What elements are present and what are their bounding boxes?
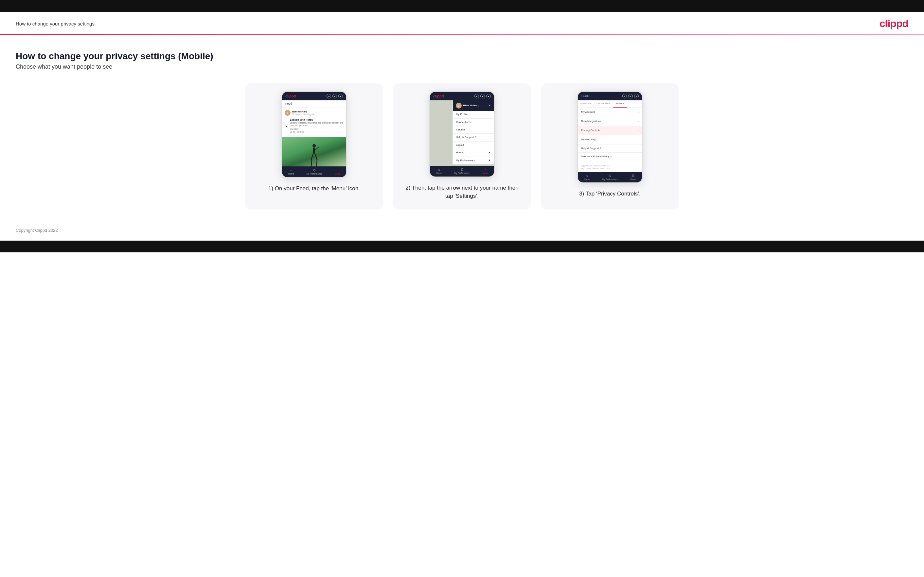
menu-overlay: B Blair McHarg ▲ My Profile Connections … <box>430 100 494 166</box>
nav-menu-1: ☰ Menu <box>335 168 340 175</box>
card-2-caption: 2) Then, tap the arrow next to your name… <box>401 184 523 200</box>
search-icon-3: ● <box>622 94 627 98</box>
feed-tab: Feed <box>282 100 346 108</box>
tab-settings[interactable]: Settings <box>613 100 627 108</box>
page-subheading: Choose what you want people to see <box>16 63 908 70</box>
feed-user-info: Blair McHarg Yesterday · Sunningdale <box>292 110 315 116</box>
chevron-down-perf: ▼ <box>488 159 491 162</box>
copyright: Copyright Clippd 2022 <box>16 228 58 233</box>
home-icon-3: ⌂ <box>586 174 588 178</box>
settings-tabs: My Profile Connections Settings <box>578 100 642 108</box>
nav-menu-3: ☰ Menu <box>630 174 636 181</box>
chevron-down-home: ▼ <box>488 151 491 154</box>
menu-chevron-up: ▲ <box>488 104 491 108</box>
phone-icons-2: ● ● ● <box>475 94 491 98</box>
lesson-icon: ▶ <box>285 124 288 128</box>
feed-user-name: Blair McHarg <box>292 110 315 113</box>
phone-logo-2: clippd <box>433 94 444 98</box>
svg-point-0 <box>312 144 316 147</box>
settings-footer: Clippd Client Version: 2022.8.3-3 SQL Se… <box>578 161 642 172</box>
feed-avatar: B <box>285 110 291 116</box>
settings-item-privacycontrols[interactable]: Privacy Controls › <box>578 126 642 135</box>
phone-logo-1: clippd <box>285 94 296 98</box>
user-icon-2: ● <box>480 94 485 98</box>
settings-item-mygolfbag[interactable]: My Golf Bag › <box>578 135 642 145</box>
menu-icon-3: ☰ <box>632 174 635 178</box>
golfer-silhouette <box>308 143 320 166</box>
feed-content: B Blair McHarg Yesterday · Sunningdale ▶… <box>282 108 346 137</box>
chart-icon-3: ⌬ <box>609 174 612 178</box>
home-icon-2: ⌂ <box>438 168 440 172</box>
settings-item-dataintegrations[interactable]: Data Integrations › <box>578 117 642 126</box>
phone-mockup-1: clippd ● ● ● Feed B Blair Mc <box>281 91 347 178</box>
user-icon-3: ● <box>628 94 633 98</box>
user-icon: ● <box>333 94 337 98</box>
lesson-title: Lesson with Fordy <box>290 118 344 122</box>
card-1: clippd ● ● ● Feed B Blair Mc <box>246 83 383 210</box>
menu-user-header: B Blair McHarg ▲ <box>453 100 494 111</box>
chevron-right-icon: › <box>638 110 639 114</box>
header-title: How to change your privacy settings <box>16 21 95 26</box>
settings-topbar: ‹ Back ● ● ● <box>578 92 642 100</box>
main-content: How to change your privacy settings (Mob… <box>0 35 924 220</box>
settings-icon: ● <box>338 94 343 98</box>
phone-icons-1: ● ● ● <box>326 94 343 98</box>
feed-lesson-row: ▶ Lesson with Fordy Looking to feel like… <box>285 117 344 135</box>
chart-icon: ⌬ <box>313 168 316 172</box>
nav-home-1: ⌂ Home <box>288 168 294 175</box>
settings-icon-2: ● <box>486 94 491 98</box>
phone-bottom-nav-1: ⌂ Home ⌬ My Performance ☰ Menu <box>282 166 346 177</box>
nav-performance-3: ⌬ My Performance <box>603 174 618 181</box>
menu-user-info: B Blair McHarg <box>456 103 479 108</box>
phone-mockup-2: clippd ● ● ● B <box>429 91 495 177</box>
nav-menu-2: ✕ Menu <box>483 168 488 174</box>
phone-bottom-nav-3: ⌂ Home ⌬ My Performance ☰ Menu <box>578 172 642 182</box>
bottom-bar <box>0 240 924 252</box>
lesson-details: Lesson with Fordy Looking to feel like m… <box>290 118 344 134</box>
phone-bottom-nav-2: ⌂ Home ⌬ My Performance ✕ Menu <box>430 166 494 176</box>
menu-item-help: Help & Support ↗ <box>453 134 494 141</box>
nav-performance-2: ⌬ My Performance <box>454 168 470 174</box>
settings-item-help[interactable]: Help & Support ↗ <box>578 145 642 153</box>
card-2: clippd ● ● ● B <box>393 83 531 210</box>
chevron-right-icon-2: › <box>638 119 639 124</box>
search-icon: ● <box>326 94 331 98</box>
cards-row: clippd ● ● ● Feed B Blair Mc <box>16 83 908 210</box>
nav-home-3: ⌂ Home <box>584 174 590 181</box>
chart-icon-2: ⌬ <box>461 168 464 172</box>
nav-performance-1: ⌬ My Performance <box>307 168 322 175</box>
back-button: ‹ Back <box>581 95 589 98</box>
search-icon-2: ● <box>475 94 479 98</box>
page-heading: How to change your privacy settings (Mob… <box>16 51 908 61</box>
chevron-right-icon-3: › <box>638 129 639 133</box>
nav-home-2: ⌂ Home <box>436 168 442 174</box>
phone-topbar-2: clippd ● ● ● <box>430 92 494 100</box>
settings-icon-3: ● <box>634 94 639 98</box>
card-3: ‹ Back ● ● ● My Profile Connections Sett… <box>541 83 678 210</box>
lesson-duration: Duration 01 hr : 30 min <box>290 127 344 134</box>
settings-item-myaccount[interactable]: My Account › <box>578 108 642 117</box>
menu-panel: B Blair McHarg ▲ My Profile Connections … <box>452 100 494 164</box>
home-icon: ⌂ <box>290 168 292 172</box>
chevron-right-icon-4: › <box>638 138 639 142</box>
menu-section-home: Home ▼ <box>453 149 494 156</box>
menu-item-myprofile: My Profile <box>453 111 494 118</box>
menu-avatar: B <box>456 103 462 108</box>
menu-item-connections: Connections <box>453 119 494 126</box>
menu-item-logout: Logout <box>453 142 494 149</box>
phone-topbar-1: clippd ● ● ● <box>282 92 346 100</box>
settings-list: My Account › Data Integrations › Privacy… <box>578 108 642 161</box>
feed-user-row: B Blair McHarg Yesterday · Sunningdale <box>285 110 344 116</box>
page-footer: Copyright Clippd 2022 <box>0 220 924 240</box>
header: How to change your privacy settings clip… <box>0 12 924 34</box>
menu-icon: ☰ <box>336 168 339 172</box>
golf-image <box>282 137 346 166</box>
tab-connections[interactable]: Connections <box>594 100 613 108</box>
tab-myprofile[interactable]: My Profile <box>578 100 594 108</box>
settings-item-service[interactable]: Service & Privacy Policy ↗ <box>578 153 642 161</box>
card-3-caption: 3) Tap ‘Privacy Controls’. <box>579 190 641 198</box>
menu-username: Blair McHarg <box>463 104 479 107</box>
lesson-desc: Looking to feel like my hands are exitin… <box>290 122 344 127</box>
menu-item-settings: Settings <box>453 126 494 134</box>
logo: clippd <box>879 18 908 30</box>
